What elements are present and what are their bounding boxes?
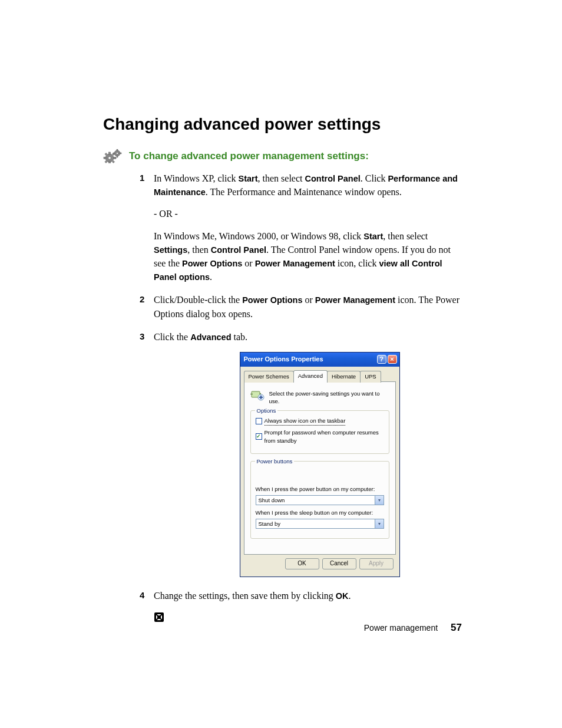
prompt-password-label: Prompt for password when computer resume… [265,429,384,445]
prompt-password-checkbox[interactable] [256,433,262,440]
svg-rect-12 [117,149,118,151]
step-4: Change the settings, then save them by c… [140,589,462,602]
procedure-subhead: To change advanced power management sett… [129,150,369,162]
sleep-button-value: Stand by [259,520,281,528]
sleep-button-label: When I press the sleep button on my comp… [256,509,384,517]
chevron-down-icon: ▾ [375,519,384,528]
gears-icon [103,149,123,163]
close-icon[interactable]: × [388,355,397,364]
page-footer: Power management 57 [364,622,462,634]
svg-rect-2 [109,152,111,154]
step-3: Click the Advanced tab. Power Options Pr… [140,330,462,577]
page-number: 57 [451,622,462,634]
footer-label: Power management [364,623,438,633]
tab-ups[interactable]: UPS [360,371,381,383]
sleep-button-select[interactable]: Stand by ▾ [256,519,384,529]
help-icon[interactable]: ? [377,355,386,364]
pane-description: Select the power-saving settings you wan… [269,388,389,406]
svg-point-1 [108,157,111,159]
svg-point-11 [116,152,118,154]
svg-rect-18 [250,394,253,394]
svg-rect-14 [113,153,115,154]
tab-pane-advanced: Select the power-saving settings you wan… [244,381,396,555]
step-1: In Windows XP, click Start, then select … [140,172,462,284]
options-fieldset: Options Always show icon on the taskbar … [250,410,389,454]
or-separator: - OR - [154,207,462,220]
step-2: Click/Double-click the Power Options or … [140,293,462,320]
power-button-select[interactable]: Shut down ▾ [256,495,384,505]
dialog-titlebar[interactable]: Power Options Properties ? × [240,353,399,367]
svg-rect-4 [104,157,106,159]
power-button-value: Shut down [259,496,285,505]
tabs-row: Power Schemes Advanced Hibernate UPS [244,370,396,382]
taskbar-icon-label: Always show icon on the taskbar [265,417,346,426]
power-button-label: When I press the power button on my comp… [256,485,384,493]
steps-list: In Windows XP, click Start, then select … [140,172,462,602]
tab-hibernate[interactable]: Hibernate [327,371,361,383]
chevron-down-icon: ▾ [375,496,384,505]
page-heading: Changing advanced power settings [103,115,462,134]
tab-power-schemes[interactable]: Power Schemes [244,371,294,383]
battery-icon [250,388,265,401]
svg-rect-21 [259,397,263,398]
taskbar-icon-checkbox[interactable] [256,418,262,424]
power-buttons-legend: Power buttons [255,457,295,466]
ok-button[interactable]: OK [285,558,319,569]
apply-button[interactable]: Apply [359,558,394,569]
options-legend: Options [255,407,278,415]
power-options-dialog: Power Options Properties ? × Power Schem… [240,352,400,577]
svg-rect-15 [120,153,121,154]
dialog-title: Power Options Properties [244,355,323,364]
svg-rect-13 [117,156,118,157]
svg-rect-26 [157,615,161,619]
svg-rect-5 [114,157,116,159]
power-buttons-fieldset: Power buttons When I press the power but… [250,461,389,539]
svg-rect-3 [109,162,111,163]
cancel-button[interactable]: Cancel [322,558,356,569]
tab-advanced[interactable]: Advanced [293,370,328,382]
